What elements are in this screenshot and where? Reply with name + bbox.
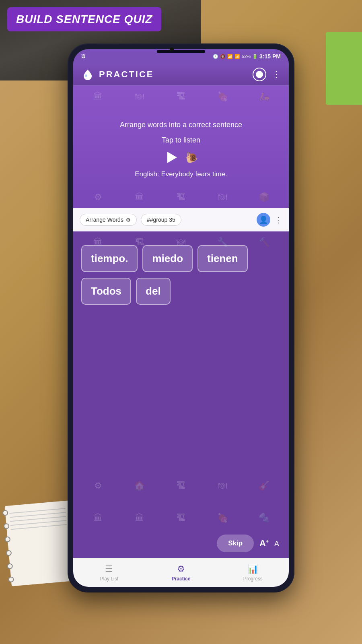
deco-icon: 🛵 (243, 89, 285, 104)
mute-icon: 🔇 (220, 54, 226, 59)
signal-icon: 📶 (234, 54, 240, 59)
deco-icon: 🏠 (119, 478, 160, 493)
green-notebook (326, 32, 362, 105)
nav-title: PRACTICE (99, 69, 154, 80)
wifi-icon: 📶 (227, 54, 233, 59)
person-button[interactable]: 👤 (257, 213, 270, 227)
phone-notch (157, 50, 205, 53)
slow-button[interactable]: 🐌 (185, 151, 198, 164)
font-minus-icon: - (279, 539, 281, 545)
play-button[interactable] (164, 150, 179, 165)
group-label: ##group 35 (147, 217, 175, 223)
status-time: 3:15 PM (259, 53, 281, 60)
pill-menu-button[interactable]: ⋮ (274, 215, 282, 225)
deco-icon: 🍽 (202, 478, 243, 493)
status-left: 🖼 (81, 54, 86, 59)
font-decrease-button[interactable]: A- (274, 539, 281, 548)
deco-icon: 🍖 (202, 510, 243, 526)
arrange-words-tag[interactable]: Arrange Words ⚙ (80, 214, 137, 226)
main-content: 🏛 🍽 🏗 🍖 🛵 Arrange words into a correct s… (73, 86, 289, 558)
deco-icons-lower: ⚙ 🏠 🏗 🍽 🎸 (73, 475, 289, 497)
practice-icon: ⚙ (177, 564, 185, 574)
bottom-nav: ☰ Play List ⚙ Practice 📊 Progress (73, 558, 289, 587)
word-tile-todos[interactable]: Todos (81, 278, 131, 305)
nav-item-practice[interactable]: ⚙ Practice (145, 558, 217, 587)
phone-screen: 🖼 🕐 🔇 📶 📶 52% 🔋 3:15 PM PRACTICE (73, 49, 289, 587)
instruction-text: Arrange words into a correct sentence (120, 120, 242, 130)
pill-bar: Arrange Words ⚙ ##group 35 👤 ⋮ (73, 208, 289, 231)
nav-right: ⋮ (253, 68, 281, 81)
nav-item-progress-label: Progress (243, 576, 263, 582)
deco-icon: 🍖 (202, 89, 243, 104)
deco-icon: 🍽 (119, 89, 160, 104)
pill-right: 👤 ⋮ (257, 213, 282, 227)
deco-icon: 🏛 (119, 190, 160, 205)
quiz-banner: BUILD SENTENCE QUIZ (7, 7, 161, 31)
top-nav: PRACTICE ⋮ (73, 64, 289, 86)
word-tile-del[interactable]: del (136, 278, 171, 305)
deco-icon: 📦 (243, 190, 285, 205)
battery-icon: 🔋 (252, 54, 258, 59)
quiz-banner-text: BUILD SENTENCE QUIZ (16, 13, 152, 25)
playlist-icon: ☰ (105, 564, 113, 574)
deco-icon: 🏗 (160, 478, 202, 493)
phone-frame: 🖼 🕐 🔇 📶 📶 52% 🔋 3:15 PM PRACTICE (68, 44, 294, 592)
deco-icons-bottom: 🏛 🏛 🏗 🍖 🔩 (73, 507, 289, 529)
nav-item-playlist-label: Play List (100, 576, 118, 582)
drop-icon (81, 68, 94, 81)
deco-icon: 🔩 (243, 510, 285, 526)
card-area: Arrange words into a correct sentence Ta… (73, 107, 289, 186)
deco-icon: 🎸 (243, 478, 285, 493)
notebook-lines (5, 500, 72, 537)
tap-listen-label: Tap to listen (162, 136, 200, 144)
deco-icon: 🏗 (160, 190, 202, 205)
spiral-ring (3, 523, 9, 529)
word-tiles-row-2: Todos del (81, 278, 281, 305)
word-tile-miedo[interactable]: miedo (142, 245, 193, 272)
word-tiles-row-1: tiempo. miedo tienen (81, 245, 281, 272)
deco-icon: 🏗 (160, 510, 202, 526)
action-bar: Skip A+ A- (73, 529, 289, 558)
gear-icon: ⚙ (126, 217, 131, 223)
person-icon: 👤 (259, 215, 268, 224)
phone-camera (170, 47, 174, 52)
svg-point-0 (85, 74, 87, 77)
record-button[interactable] (253, 68, 266, 81)
deco-icons-top: 🏛 🍽 🏗 🍖 🛵 (73, 86, 289, 107)
image-icon: 🖼 (81, 54, 86, 59)
english-translation: English: Everybody fears time. (135, 170, 227, 178)
play-triangle-icon (167, 152, 177, 163)
word-tiles-area: 🏛 🏗 🍽 🔧 🔨 tiempo. miedo tienen Todos del (73, 231, 289, 529)
nav-item-progress[interactable]: 📊 Progress (217, 558, 289, 587)
font-increase-button[interactable]: A+ (259, 538, 269, 549)
audio-controls: 🐌 (164, 150, 198, 165)
status-right: 🕐 🔇 📶 📶 52% 🔋 3:15 PM (213, 53, 281, 60)
menu-dots-button[interactable]: ⋮ (272, 69, 281, 80)
progress-icon: 📊 (247, 564, 258, 574)
deco-icon: ⚙ (77, 190, 119, 205)
spiral-ring (7, 563, 13, 569)
group-tag[interactable]: ##group 35 (141, 214, 181, 226)
spiral-ring (6, 550, 12, 556)
notebook (5, 500, 76, 586)
spiral-ring (2, 510, 8, 516)
spiral-ring (4, 537, 10, 543)
deco-icon: 🍽 (202, 190, 243, 205)
font-plus-icon: + (266, 539, 269, 544)
spiral-ring (8, 576, 14, 582)
battery-percent: 52% (242, 54, 251, 59)
nav-item-practice-label: Practice (172, 576, 191, 582)
word-tile-tiempo[interactable]: tiempo. (81, 245, 138, 272)
skip-button[interactable]: Skip (217, 535, 254, 552)
record-inner (256, 71, 263, 78)
nav-logo: PRACTICE (81, 68, 154, 81)
deco-icons-mid: ⚙ 🏛 🏗 🍽 📦 (73, 186, 289, 208)
deco-icon: ⚙ (77, 478, 119, 493)
deco-icon: 🏛 (77, 510, 119, 526)
deco-icon: 🏛 (77, 89, 119, 104)
nav-item-playlist[interactable]: ☰ Play List (73, 558, 145, 587)
word-tile-tienen[interactable]: tienen (197, 245, 248, 272)
arrange-words-label: Arrange Words (86, 217, 123, 223)
deco-icon: 🏛 (119, 510, 160, 526)
clock-icon: 🕐 (213, 54, 218, 59)
